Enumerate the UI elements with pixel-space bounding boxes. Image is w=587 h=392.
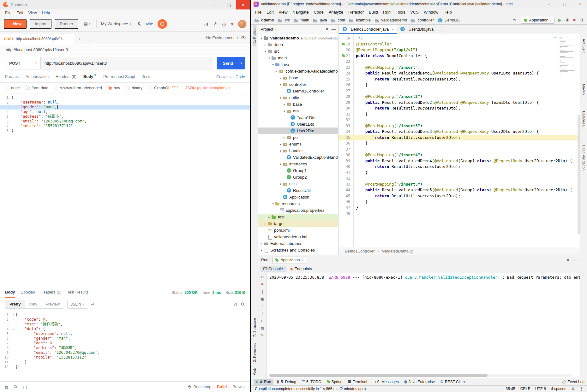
- indent-setting[interactable]: 4 spaces: [551, 387, 566, 391]
- json-line-6[interactable]: 6 "email": "1263045270@qq.com",: [0, 119, 250, 124]
- json-line-1[interactable]: 1{: [0, 95, 250, 100]
- clear-all-icon[interactable]: ×: [261, 333, 263, 337]
- json-line-2[interactable]: 2 "code": 0,: [0, 317, 250, 322]
- nav-crumb-main[interactable]: main: [294, 18, 309, 22]
- toolwindow-java-enterprise[interactable]: Java Enterprise: [402, 379, 437, 385]
- tree-item-demo1controller[interactable]: Demo1Controller: [258, 88, 338, 94]
- pm-menu-view[interactable]: View: [26, 11, 39, 15]
- tree-item-resources[interactable]: ▾resources: [258, 200, 338, 207]
- spring-bean-icon[interactable]: [342, 54, 345, 57]
- ij-menu-help[interactable]: Help: [441, 10, 454, 15]
- code-editor[interactable]: 18 */19@RestController20@RequestMapping(…: [338, 34, 580, 247]
- tree-item-validatedexceptionhandler[interactable]: ValidatedExceptionHandler: [258, 154, 338, 161]
- editor-tab-user2dto-java[interactable]: User2Dto.java×: [397, 25, 442, 34]
- code-line-32[interactable]: 32: [338, 117, 580, 123]
- request-tab-params[interactable]: Params: [5, 71, 19, 82]
- tree-item-handler[interactable]: ▾handler: [258, 147, 338, 154]
- request-tab-authorization[interactable]: Authorization: [26, 71, 49, 82]
- request-body-editor[interactable]: 1{2 "username": null,3 "gender": "man",4…: [0, 93, 250, 287]
- tree-item-external-libraries[interactable]: ▸External Libraries: [258, 240, 338, 247]
- body-mode-graphql[interactable]: GraphQLBETA: [148, 86, 178, 90]
- send-button[interactable]: Send ▾: [217, 57, 245, 69]
- panel-toggle-icon[interactable]: ▦: [4, 384, 9, 389]
- nav-crumb-validateddemo[interactable]: validateddemo: [374, 18, 407, 22]
- code-line-22[interactable]: 22: [338, 59, 580, 65]
- tree-item-group1[interactable]: Group1: [258, 167, 338, 174]
- tree-item-team1dto[interactable]: Team1Dto: [258, 114, 338, 121]
- capture-signal-icon[interactable]: [204, 22, 208, 26]
- json-line-9[interactable]: 9 "email": "1263045270@qq.com",: [0, 350, 250, 355]
- json-line-3[interactable]: 3 "msg": "操作成功",: [0, 322, 250, 327]
- request-tab-open[interactable]: POST http://localhost:8080/api/v1/in...: [0, 33, 74, 44]
- json-line-7[interactable]: 7 "age": 0,: [0, 341, 250, 346]
- tree-item-application-properties[interactable]: application.properties: [258, 207, 338, 214]
- bell-icon[interactable]: [222, 21, 226, 26]
- new-tab-button[interactable]: +: [74, 33, 84, 44]
- toolwindow-spring[interactable]: Spring: [325, 379, 345, 385]
- json-line-8[interactable]: 8}: [0, 128, 250, 133]
- url-input[interactable]: http://localhost:8080/api/v1/insert3: [40, 57, 213, 69]
- hide-panel-icon[interactable]: —: [332, 27, 336, 32]
- tree-item-target[interactable]: ▸target: [258, 220, 338, 227]
- caret-position[interactable]: 35:45: [506, 387, 515, 391]
- tree-item-utils[interactable]: ▾utils: [258, 181, 338, 187]
- code-line-21[interactable]: 21public class Demo1Controller {: [338, 53, 580, 59]
- tree-item-user2dto[interactable]: User2Dto: [258, 128, 338, 134]
- tree-item-user1dto[interactable]: User1Dto: [258, 121, 338, 128]
- request-tab-headers-9[interactable]: Headers (9): [56, 71, 76, 82]
- cookies-link[interactable]: Cookies: [216, 75, 231, 79]
- body-mode-x-www-form-urlencoded[interactable]: x-www-form-urlencoded: [54, 86, 102, 90]
- maximize-button[interactable]: ▢: [558, 0, 571, 8]
- code-line-39[interactable]: 39 public Result validatedDemo4(@Validat…: [338, 158, 580, 164]
- ij-menu-tools[interactable]: Tools: [393, 10, 408, 15]
- editor-scrollbar[interactable]: [578, 115, 580, 234]
- json-line-3[interactable]: 3 "gender": "man",: [0, 105, 250, 110]
- search-footer-button[interactable]: [14, 385, 18, 389]
- toolwindow-6-todo[interactable]: 6: TODO: [299, 379, 324, 385]
- method-selector[interactable]: POST ▾: [5, 57, 40, 69]
- json-line-12[interactable]: 12}: [0, 365, 250, 369]
- close-icon[interactable]: ×: [302, 258, 304, 262]
- minimize-button[interactable]: –: [208, 0, 222, 9]
- pm-menu-edit[interactable]: Edit: [14, 11, 26, 15]
- code-line-37[interactable]: 37: [338, 146, 580, 152]
- tree-item-validateddemo-iml[interactable]: validateddemo.iml: [258, 234, 338, 240]
- response-tab-body[interactable]: Body: [5, 287, 15, 298]
- tree-item-main[interactable]: ▾main: [258, 55, 338, 61]
- settings-gear-icon[interactable]: [566, 258, 570, 262]
- tree-item-controller[interactable]: ▾controller: [258, 81, 338, 88]
- line-separator[interactable]: CRLF: [520, 387, 530, 391]
- tree-item-entity[interactable]: ▾entity: [258, 94, 338, 101]
- response-tab-headers-5[interactable]: Headers (5): [40, 287, 61, 298]
- toolwindow-button-ant-build[interactable]: Ant Build: [582, 36, 586, 56]
- toolwindow-button-2-favorites[interactable]: 2: Favorites: [253, 340, 256, 365]
- scrollbar-thumb[interactable]: [269, 374, 488, 377]
- avatar[interactable]: [238, 20, 246, 28]
- tree-item-java[interactable]: ▾java: [258, 61, 338, 68]
- tree-item-validateddemo[interactable]: ▾validateddemoE:\project_code\validatedd…: [258, 35, 338, 41]
- ij-menu-run[interactable]: Run: [380, 10, 393, 15]
- response-view-preview[interactable]: Preview: [41, 300, 63, 308]
- invite-button[interactable]: Invite: [136, 21, 154, 26]
- scroll-down-icon[interactable]: ↓: [261, 304, 263, 308]
- ij-menu-window[interactable]: Window: [421, 10, 441, 15]
- body-mode-raw[interactable]: raw: [108, 86, 120, 90]
- tree-item-interfaces[interactable]: ▾interfaces: [258, 161, 338, 167]
- code-line-47[interactable]: 47}: [338, 205, 580, 211]
- json-line-4[interactable]: 4 "age": null,: [0, 110, 250, 114]
- json-line-5[interactable]: 5 "address": "成都市",: [0, 114, 250, 119]
- tree-item-com-example-validateddemo[interactable]: ▾com.example.validateddemo: [258, 68, 338, 74]
- response-view-pretty[interactable]: Pretty: [5, 300, 25, 308]
- stop-button[interactable]: ■: [573, 18, 576, 22]
- code-line-42[interactable]: 42: [338, 175, 580, 181]
- code-line-29[interactable]: 29 public Result validatedDemo2(@Validat…: [338, 100, 580, 106]
- json-line-1[interactable]: 1▾{: [0, 312, 250, 317]
- code-line-43[interactable]: 43 @PostMapping("/insert5"): [338, 181, 580, 187]
- maximize-button[interactable]: ▢: [222, 0, 236, 9]
- tree-item-test[interactable]: ▸test: [258, 214, 338, 220]
- ij-menu-vcs[interactable]: VCS: [408, 10, 421, 15]
- toolwindow-button-maven[interactable]: Maven: [582, 81, 586, 98]
- tree-item-base[interactable]: ▸base: [258, 74, 338, 81]
- sync-status-button[interactable]: [158, 19, 167, 29]
- code-line-48[interactable]: 48: [338, 211, 580, 217]
